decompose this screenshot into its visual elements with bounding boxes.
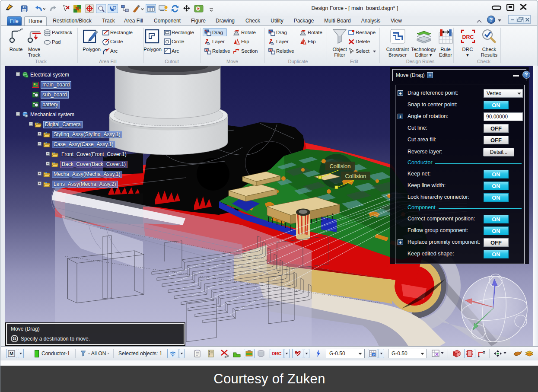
svg-text:DRC: DRC bbox=[462, 34, 474, 40]
svg-text:Collision: Collision bbox=[329, 163, 350, 169]
svg-text:M: M bbox=[10, 351, 13, 356]
svg-text:P: P bbox=[373, 354, 375, 357]
svg-text:Collision: Collision bbox=[345, 173, 366, 179]
svg-text:DRC: DRC bbox=[272, 351, 282, 356]
